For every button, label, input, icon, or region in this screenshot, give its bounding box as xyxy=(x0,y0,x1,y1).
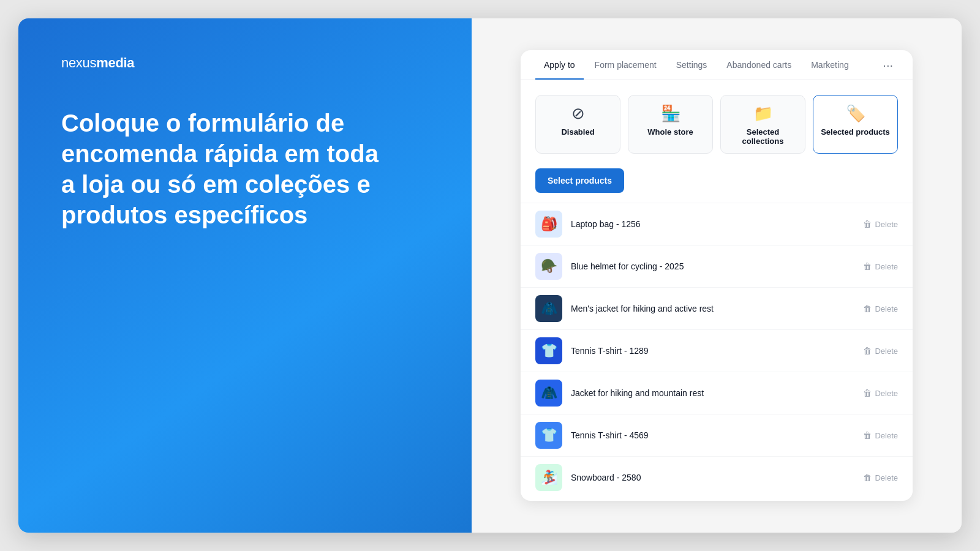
option-selected-products-label: Selected products xyxy=(821,127,890,137)
brand-name: nexusmedia xyxy=(61,55,134,71)
product-row: 🪖Blue helmet for cycling - 2025🗑Delete xyxy=(521,245,913,287)
select-products-area: Select products xyxy=(521,159,913,200)
product-name: Blue helmet for cycling - 2025 xyxy=(571,261,854,271)
left-panel: nexusmedia Coloque o formulário de encom… xyxy=(18,18,472,533)
product-name: Tennis T-shirt - 1289 xyxy=(571,346,854,356)
delete-button[interactable]: 🗑Delete xyxy=(863,261,898,271)
product-name: Tennis T-shirt - 4569 xyxy=(571,430,854,440)
tab-abandoned-carts[interactable]: Abandoned carts xyxy=(718,50,800,80)
settings-card: Apply to Form placement Settings Abandon… xyxy=(521,50,913,501)
product-row: 👕Tennis T-shirt - 1289🗑Delete xyxy=(521,329,913,372)
tab-form-placement[interactable]: Form placement xyxy=(586,50,665,80)
delete-label: Delete xyxy=(875,473,898,482)
delete-label: Delete xyxy=(875,262,898,271)
logo: nexusmedia xyxy=(61,55,429,71)
delete-label: Delete xyxy=(875,220,898,229)
option-whole-store[interactable]: 🏪 Whole store xyxy=(628,95,713,154)
product-row: 🏂Snowboard - 2580🗑Delete xyxy=(521,456,913,498)
option-disabled-label: Disabled xyxy=(561,127,594,137)
right-panel: Apply to Form placement Settings Abandon… xyxy=(472,18,962,533)
brand-bold: media xyxy=(96,55,134,70)
tab-apply-to[interactable]: Apply to xyxy=(535,50,584,80)
brand-regular: nexus xyxy=(61,55,96,70)
option-disabled[interactable]: ⊘ Disabled xyxy=(535,95,620,154)
trash-icon: 🗑 xyxy=(863,219,872,229)
product-thumb: 🏂 xyxy=(535,464,562,491)
trash-icon: 🗑 xyxy=(863,304,872,313)
product-row: 🧥Men's jacket for hiking and active rest… xyxy=(521,287,913,329)
hero-text: Coloque o formulário de encomenda rápida… xyxy=(61,108,380,230)
delete-button[interactable]: 🗑Delete xyxy=(863,473,898,482)
delete-label: Delete xyxy=(875,431,898,440)
delete-button[interactable]: 🗑Delete xyxy=(863,430,898,440)
option-whole-store-label: Whole store xyxy=(647,127,693,137)
product-name: Men's jacket for hiking and active rest xyxy=(571,304,854,313)
delete-button[interactable]: 🗑Delete xyxy=(863,304,898,313)
trash-icon: 🗑 xyxy=(863,473,872,482)
tab-bar: Apply to Form placement Settings Abandon… xyxy=(521,50,913,80)
product-row: 👕Tennis T-shirt - 4569🗑Delete xyxy=(521,414,913,456)
tab-marketing[interactable]: Marketing xyxy=(802,50,857,80)
whole-store-icon: 🏪 xyxy=(661,105,680,121)
product-thumb: 🧥 xyxy=(535,380,562,407)
select-products-button[interactable]: Select products xyxy=(535,168,624,193)
product-name: Snowboard - 2580 xyxy=(571,473,854,482)
product-row: 🎒Laptop bag - 1256🗑Delete xyxy=(521,203,913,245)
product-thumb: 🧥 xyxy=(535,295,562,322)
disabled-icon: ⊘ xyxy=(571,105,585,121)
delete-button[interactable]: 🗑Delete xyxy=(863,388,898,398)
product-thumb: 🎒 xyxy=(535,211,562,238)
trash-icon: 🗑 xyxy=(863,346,872,356)
option-selected-products[interactable]: 🏷️ Selected products xyxy=(813,95,898,154)
delete-button[interactable]: 🗑Delete xyxy=(863,346,898,356)
option-selected-collections-label: Selected collections xyxy=(728,127,797,146)
delete-button[interactable]: 🗑Delete xyxy=(863,219,898,229)
option-selected-collections[interactable]: 📁 Selected collections xyxy=(720,95,805,154)
product-name: Laptop bag - 1256 xyxy=(571,219,854,229)
delete-label: Delete xyxy=(875,389,898,398)
product-thumb: 👕 xyxy=(535,422,562,449)
trash-icon: 🗑 xyxy=(863,430,872,440)
product-row: 🧥Jacket for hiking and mountain rest🗑Del… xyxy=(521,372,913,414)
delete-label: Delete xyxy=(875,304,898,313)
selected-collections-icon: 📁 xyxy=(753,105,773,121)
trash-icon: 🗑 xyxy=(863,388,872,398)
tab-settings[interactable]: Settings xyxy=(668,50,716,80)
trash-icon: 🗑 xyxy=(863,261,872,271)
product-thumb: 👕 xyxy=(535,337,562,364)
selected-products-icon: 🏷️ xyxy=(846,105,865,121)
options-grid: ⊘ Disabled 🏪 Whole store 📁 Selected coll… xyxy=(521,80,913,159)
product-thumb: 🪖 xyxy=(535,253,562,280)
tabs-more-button[interactable]: ··· xyxy=(878,51,898,80)
product-list: 🎒Laptop bag - 1256🗑Delete🪖Blue helmet fo… xyxy=(521,200,913,501)
product-name: Jacket for hiking and mountain rest xyxy=(571,388,854,398)
delete-label: Delete xyxy=(875,347,898,356)
